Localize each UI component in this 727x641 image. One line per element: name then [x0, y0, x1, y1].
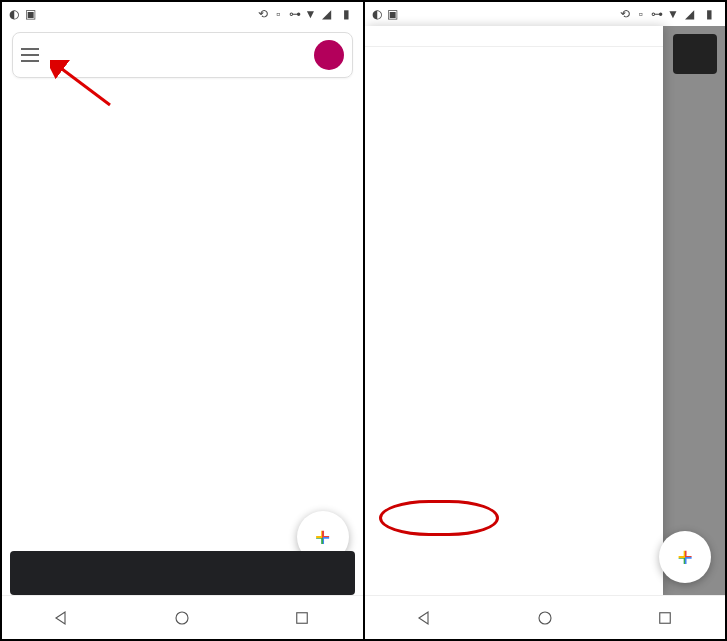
search-bar[interactable] [12, 32, 353, 78]
nav-bar [2, 595, 363, 639]
back-icon[interactable] [53, 609, 71, 627]
signal-icon: ◢ [321, 8, 333, 20]
cast-icon: ▫ [273, 8, 285, 20]
nav-bar [365, 595, 726, 639]
wifi-icon: ▼ [305, 8, 317, 20]
key-icon: ⊶ [651, 8, 663, 20]
notif-icon: ◐ [371, 8, 383, 20]
back-icon[interactable] [416, 609, 434, 627]
nav-drawer [365, 26, 663, 595]
recent-icon[interactable] [293, 609, 311, 627]
status-bar: ◐ ▣ ⟲ ▫ ⊶ ▼ ◢ ▮ [365, 2, 726, 26]
divider [365, 46, 663, 47]
signal-icon: ◢ [683, 8, 695, 20]
recent-icon[interactable] [656, 609, 674, 627]
battery-icon: ▮ [341, 8, 353, 20]
notif-icon: ▣ [24, 8, 36, 20]
sync-icon: ⟲ [619, 8, 631, 20]
hamburger-icon[interactable] [21, 43, 45, 67]
svg-point-2 [539, 612, 551, 624]
notif-icon: ◐ [8, 8, 20, 20]
account-avatar[interactable] [314, 40, 344, 70]
wifi-icon: ▼ [667, 8, 679, 20]
phone-inbox: ◐ ▣ ⟲ ▫ ⊶ ▼ ◢ ▮ + [1, 1, 364, 640]
battery-icon: ▮ [703, 8, 715, 20]
home-icon[interactable] [173, 609, 191, 627]
svg-point-0 [176, 612, 188, 624]
svg-rect-3 [660, 612, 671, 623]
home-icon[interactable] [536, 609, 554, 627]
svg-rect-1 [297, 612, 308, 623]
notif-icon: ▣ [387, 8, 399, 20]
status-bar: ◐ ▣ ⟲ ▫ ⊶ ▼ ◢ ▮ [2, 2, 363, 26]
drawer-section-label [365, 26, 663, 40]
sync-icon: ⟲ [257, 8, 269, 20]
snackbar [10, 551, 355, 595]
annotation-circle [379, 500, 499, 536]
inbox-label [2, 84, 363, 96]
key-icon: ⊶ [289, 8, 301, 20]
gp-badge [673, 34, 717, 74]
compose-fab[interactable]: + [659, 531, 711, 583]
phone-drawer: ◐ ▣ ⟲ ▫ ⊶ ▼ ◢ ▮ + [364, 1, 727, 640]
cast-icon: ▫ [635, 8, 647, 20]
